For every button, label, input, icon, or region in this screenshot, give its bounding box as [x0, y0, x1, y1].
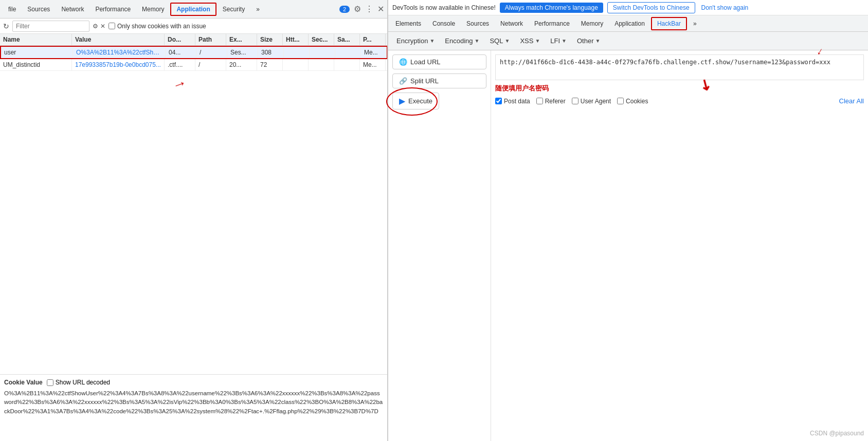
- hackbar-main: 🌐 Load URL 🔗 Split URL ▶ Execute: [388, 50, 868, 441]
- split-url-button[interactable]: 🔗 Split URL: [392, 74, 486, 88]
- encoding-menu[interactable]: Encoding ▼: [441, 35, 483, 47]
- execute-button[interactable]: ▶ Execute: [392, 93, 439, 109]
- table-row[interactable]: UM_distinctid 17e9933857b19b-0e0bcd075..…: [0, 59, 387, 71]
- lfi-chevron: ▼: [562, 38, 567, 44]
- switch-devtools-btn[interactable]: Switch DevTools to Chinese: [607, 2, 695, 13]
- devtools-tabs2: Elements Console Sources Network Perform…: [388, 15, 868, 32]
- dt2-tab-application[interactable]: Application: [609, 18, 650, 29]
- dt2-tab-network[interactable]: Network: [495, 18, 528, 29]
- col-size: Size: [257, 34, 283, 45]
- cell-size: 308: [258, 47, 284, 58]
- cookies-label: Cookies: [626, 98, 648, 105]
- filter-bar: ↻ ⚙ ✕ Only show cookies with an issue: [0, 19, 387, 34]
- post-data-checkbox[interactable]: [495, 98, 502, 104]
- show-cookies-checkbox[interactable]: [109, 23, 115, 29]
- cell-domain: 04...: [166, 47, 196, 58]
- dt2-tab-hackbar[interactable]: HackBar: [651, 17, 687, 30]
- filter-clear-icon[interactable]: ✕: [100, 23, 105, 30]
- execute-label: Execute: [408, 97, 432, 105]
- cell-name: user: [1, 47, 73, 58]
- col-expires: Ex...: [226, 34, 257, 45]
- col-name: Name: [0, 34, 72, 45]
- other-label: Other: [577, 37, 594, 45]
- encryption-menu[interactable]: Encryption ▼: [392, 35, 439, 47]
- split-url-icon: 🔗: [399, 77, 407, 85]
- tab-sources[interactable]: Sources: [22, 4, 55, 15]
- cookie-value-title: Cookie Value: [4, 379, 43, 386]
- cell-value: O%3A%2B11%3A%22ctfShow...: [73, 47, 166, 58]
- cell-value: 17e9933857b19b-0e0bcd075...: [72, 59, 165, 70]
- sql-label: SQL: [490, 37, 503, 45]
- dt2-tab-more[interactable]: »: [688, 18, 702, 29]
- xss-menu[interactable]: XSS ▼: [516, 35, 544, 47]
- devtools-topbar: file Sources Network Performance Memory …: [0, 0, 387, 19]
- filter-settings-icon[interactable]: ⚙: [93, 23, 98, 30]
- clear-all-link[interactable]: Clear All: [839, 97, 864, 105]
- dt2-tab-memory[interactable]: Memory: [576, 18, 608, 29]
- encoding-chevron: ▼: [475, 38, 480, 44]
- other-chevron: ▼: [595, 38, 601, 44]
- tab-more[interactable]: »: [251, 4, 265, 15]
- col-secure: Sec...: [309, 34, 334, 45]
- lfi-menu[interactable]: LFI ▼: [546, 35, 571, 47]
- col-domain: Do...: [165, 34, 195, 45]
- user-agent-label: User Agent: [581, 98, 611, 105]
- user-agent-checkbox[interactable]: [572, 98, 578, 104]
- url-input[interactable]: http://041f66cb-d1c6-4438-a44c-0f279cfa7…: [495, 54, 864, 80]
- hackbar-toolbar: Encryption ▼ Encoding ▼ SQL ▼ XSS ▼ LFI …: [388, 32, 868, 50]
- cell-secure: [310, 47, 335, 58]
- notification-bar: DevTools is now available in Chinese! Al…: [388, 0, 868, 15]
- tab-application[interactable]: Application: [170, 3, 216, 16]
- execute-icon: ▶: [399, 96, 405, 106]
- col-sa1: Sa...: [334, 34, 360, 45]
- postdata-row: Post data Referer User Agent Cookie: [495, 97, 864, 105]
- execute-wrapper: ▶ Execute: [392, 93, 486, 109]
- show-cookies-label: Only show cookies with an issue: [117, 23, 206, 30]
- tab-security[interactable]: Security: [218, 4, 250, 15]
- show-url-decoded-checkbox[interactable]: [47, 379, 53, 386]
- cell-priority: Me...: [360, 59, 386, 70]
- dont-show-again-link[interactable]: Don't show again: [701, 4, 749, 11]
- cell-path: /: [196, 47, 227, 58]
- settings-icon[interactable]: ⚙: [354, 4, 361, 14]
- split-url-label: Split URL: [410, 77, 439, 85]
- filter-input[interactable]: [12, 21, 89, 32]
- col-path: Path: [195, 34, 226, 45]
- url-annotation-text: 随便填用户名密码: [495, 84, 864, 93]
- tab-performance[interactable]: Performance: [90, 4, 136, 15]
- tab-file[interactable]: file: [3, 4, 21, 15]
- cell-expires: Ses...: [227, 47, 258, 58]
- cell-httponly: [283, 59, 309, 70]
- table-row[interactable]: user O%3A%2B11%3A%22ctfShow... 04... / S…: [0, 46, 387, 59]
- hackbar-url-area: http://041f66cb-d1c6-4438-a44c-0f279cfa7…: [491, 50, 868, 441]
- always-match-btn[interactable]: Always match Chrome's language: [500, 3, 603, 13]
- dt2-tab-console[interactable]: Console: [427, 18, 460, 29]
- more-icon[interactable]: ⋮: [365, 4, 373, 14]
- referer-label: Referer: [545, 98, 566, 105]
- notification-text: DevTools is now available in Chinese!: [392, 4, 496, 11]
- load-url-button[interactable]: 🌐 Load URL: [392, 54, 486, 69]
- cell-httponly: [284, 47, 310, 58]
- cell-expires: 20...: [226, 59, 257, 70]
- cookie-table: Name Value Do... Path Ex... Size Htt... …: [0, 34, 387, 374]
- sql-menu[interactable]: SQL ▼: [485, 35, 514, 47]
- close-icon[interactable]: ✕: [377, 4, 384, 14]
- load-url-label: Load URL: [410, 58, 441, 66]
- cell-path: /: [195, 59, 226, 70]
- refresh-icon[interactable]: ↻: [3, 22, 9, 30]
- dt2-tab-performance[interactable]: Performance: [529, 18, 575, 29]
- referer-checkbox[interactable]: [536, 98, 543, 104]
- dt2-tab-elements[interactable]: Elements: [390, 18, 426, 29]
- cookie-value-text: O%3A%2B11%3A%22ctfShowUser%22%3A4%3A7Bs%…: [4, 389, 383, 416]
- cell-domain: .ctf....: [165, 59, 195, 70]
- dt2-tab-sources[interactable]: Sources: [461, 18, 494, 29]
- cell-name: UM_distinctid: [0, 59, 72, 70]
- show-url-decoded-label: Show URL decoded: [56, 379, 110, 386]
- other-menu[interactable]: Other ▼: [573, 35, 604, 47]
- tab-memory[interactable]: Memory: [137, 4, 169, 15]
- url-section: http://041f66cb-d1c6-4438-a44c-0f279cfa7…: [495, 54, 864, 93]
- tab-network[interactable]: Network: [56, 4, 89, 15]
- cookies-checkbox[interactable]: [617, 98, 624, 104]
- badge-count: 2: [339, 6, 350, 13]
- cell-samesite: [334, 59, 360, 70]
